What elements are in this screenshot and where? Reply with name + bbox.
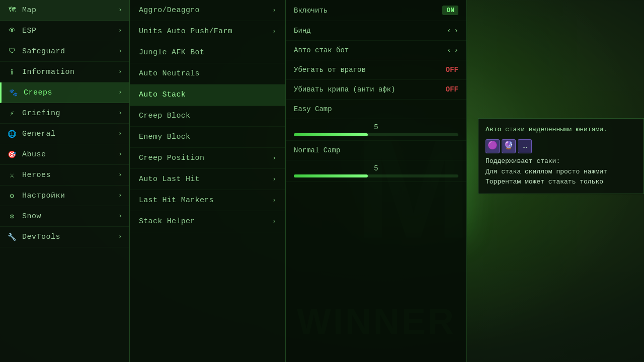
- kill-creep-label: Убивать крипа (анти афк): [294, 85, 446, 94]
- chevron-icon: ›: [118, 110, 122, 117]
- menu-l2-item-units[interactable]: Units Auto Push/Farm ›: [130, 21, 285, 42]
- menu-l2-item-aggro[interactable]: Aggro/Deaggro ›: [130, 0, 285, 21]
- tooltip-icons: 🟣 🔮 …: [486, 139, 636, 153]
- sidebar-label-snow: Snow: [22, 212, 41, 221]
- chevron-icon: ›: [118, 27, 122, 34]
- chevron-icon: ›: [272, 197, 276, 204]
- menu-l2-item-auto-stack[interactable]: Auto Stack: [130, 84, 285, 106]
- menu-l2-item-stack-helper[interactable]: Stack Helper ›: [130, 211, 285, 232]
- sidebar-label-devtools: DevTools: [22, 233, 60, 241]
- sidebar-label-abuse: Abuse: [22, 150, 46, 159]
- easy-camp-slider-fill: [294, 133, 368, 136]
- menu-l2-label-creep-block: Creep Block: [139, 112, 190, 120]
- auto-stack-bot-row[interactable]: Авто стак бот ‹ ›: [286, 41, 466, 60]
- menu-l2-item-auto-neutrals[interactable]: Auto Neutrals: [130, 63, 285, 84]
- menu-l2-label-stack-helper: Stack Helper: [139, 217, 195, 226]
- tooltip-title: Авто стаки выделенными юнитами.: [486, 125, 636, 135]
- kill-creep-value: OFF: [446, 85, 458, 94]
- sidebar-item-abuse[interactable]: 🎯 Abuse ›: [0, 144, 129, 165]
- snow-icon: ❄: [7, 211, 17, 221]
- sidebar-label-esp: ESP: [22, 27, 37, 35]
- tooltip-line-2: Для стака скиллом просто нажмит: [486, 167, 636, 177]
- normal-camp-row[interactable]: Normal Camp: [286, 141, 466, 160]
- general-icon: 🌐: [7, 129, 17, 139]
- easy-camp-row[interactable]: Easy Camp: [286, 100, 466, 119]
- nastroyki-icon: ⚙: [7, 191, 17, 201]
- map-icon: 🗺: [7, 5, 17, 15]
- bind-row[interactable]: Бинд ‹ ›: [286, 21, 466, 41]
- arrow-right-icon[interactable]: ›: [454, 27, 458, 35]
- chevron-icon: ›: [118, 7, 122, 14]
- kill-creep-row[interactable]: Убивать крипа (анти афк) OFF: [286, 80, 466, 100]
- auto-stack-bot-arrows[interactable]: ‹ ›: [447, 46, 458, 54]
- tooltip-icon-1: 🟣: [486, 139, 500, 153]
- arrow-left-icon[interactable]: ‹: [447, 27, 451, 35]
- sidebar-label-griefing: Griefing: [22, 109, 60, 118]
- toggle-enable[interactable]: Включить ON: [286, 0, 466, 21]
- menu-l2-item-enemy-block[interactable]: Enemy Block: [130, 127, 285, 148]
- escape-label: Убегать от врагов: [294, 66, 446, 74]
- chevron-icon: ›: [272, 155, 276, 162]
- menu-l2-item-creep-position[interactable]: Creep Position ›: [130, 148, 285, 169]
- safeguard-icon: 🛡: [7, 46, 17, 56]
- bind-arrows[interactable]: ‹ ›: [447, 27, 458, 35]
- menu-l2-item-creep-block[interactable]: Creep Block: [130, 106, 285, 127]
- sidebar-item-nastroyki[interactable]: ⚙ Настройки ›: [0, 186, 129, 206]
- sidebar-item-general[interactable]: 🌐 General ›: [0, 124, 129, 144]
- menu-l2-item-auto-last-hit[interactable]: Auto Last Hit ›: [130, 169, 285, 190]
- sidebar-item-esp[interactable]: 👁 ESP ›: [0, 21, 129, 41]
- sidebar-label-map: Map: [22, 6, 37, 15]
- arrow-left-icon[interactable]: ‹: [447, 46, 451, 54]
- chevron-icon: ›: [118, 48, 122, 55]
- easy-camp-slider-row[interactable]: 5: [286, 119, 466, 141]
- sidebar-item-griefing[interactable]: ⚡ Griefing ›: [0, 103, 129, 124]
- chevron-icon: ›: [272, 7, 276, 14]
- bind-label: Бинд: [294, 27, 447, 35]
- normal-camp-slider-fill: [294, 174, 368, 177]
- sidebar-item-information[interactable]: ℹ Information ›: [0, 62, 129, 82]
- menu-l2-label-units: Units Auto Push/Farm: [139, 27, 232, 36]
- menu-l2-label-auto-stack: Auto Stack: [139, 90, 186, 99]
- tooltip-line-3: Торрентам может стакать только: [486, 177, 636, 188]
- chevron-icon: ›: [118, 130, 122, 137]
- sidebar-item-devtools[interactable]: 🔧 DevTools ›: [0, 227, 129, 247]
- tooltip-line-1: Поддерживает стаки:: [486, 156, 636, 167]
- sidebar-label-creeps: Creeps: [24, 88, 52, 97]
- arrow-right-icon[interactable]: ›: [454, 46, 458, 54]
- chevron-icon: ›: [118, 233, 122, 240]
- sidebar-label-safeguard: Safeguard: [22, 47, 65, 56]
- enable-label: Включить: [294, 7, 442, 15]
- normal-camp-slider-value: 5: [294, 164, 458, 172]
- creeps-icon: 🐾: [9, 87, 19, 98]
- sidebar-label-information: Information: [22, 68, 75, 76]
- chevron-icon: ›: [118, 151, 122, 158]
- information-icon: ℹ: [7, 67, 17, 77]
- griefing-icon: ⚡: [7, 108, 17, 118]
- sidebar-item-safeguard[interactable]: 🛡 Safeguard ›: [0, 41, 129, 62]
- esp-icon: 👁: [7, 26, 17, 36]
- easy-camp-slider-value: 5: [294, 123, 458, 131]
- menu-l2-label-enemy-block: Enemy Block: [139, 133, 190, 141]
- sidebar-label-nastroyki: Настройки: [22, 192, 65, 200]
- sidebar-item-map[interactable]: 🗺 Map ›: [0, 0, 129, 21]
- escape-row[interactable]: Убегать от врагов OFF: [286, 60, 466, 80]
- abuse-icon: 🎯: [7, 149, 17, 159]
- sidebar-label-heroes: Heroes: [22, 171, 51, 179]
- sidebar-item-heroes[interactable]: ⚔ Heroes ›: [0, 165, 129, 186]
- tooltip-panel: Авто стаки выделенными юнитами. 🟣 🔮 … По…: [478, 118, 644, 194]
- normal-camp-slider-row[interactable]: 5: [286, 160, 466, 182]
- auto-stack-bot-label: Авто стак бот: [294, 46, 447, 54]
- easy-camp-slider-track[interactable]: [294, 133, 458, 136]
- devtools-icon: 🔧: [7, 232, 17, 242]
- menu-l2-label-last-hit-markers: Last Hit Markers: [139, 196, 214, 205]
- menu-l2-label-auto-last-hit: Auto Last Hit: [139, 175, 200, 184]
- menu-l2-label-creep-position: Creep Position: [139, 154, 204, 162]
- chevron-icon: ›: [118, 213, 122, 220]
- menu-l2-item-jungle[interactable]: Jungle AFK Bot: [130, 42, 285, 63]
- menu-l2-item-last-hit-markers[interactable]: Last Hit Markers ›: [130, 190, 285, 211]
- sidebar-item-snow[interactable]: ❄ Snow ›: [0, 206, 129, 227]
- chevron-icon: ›: [272, 28, 276, 35]
- menu-l2-label-jungle: Jungle AFK Bot: [139, 48, 204, 57]
- sidebar-item-creeps[interactable]: 🐾 Creeps ›: [0, 82, 129, 103]
- normal-camp-slider-track[interactable]: [294, 174, 458, 177]
